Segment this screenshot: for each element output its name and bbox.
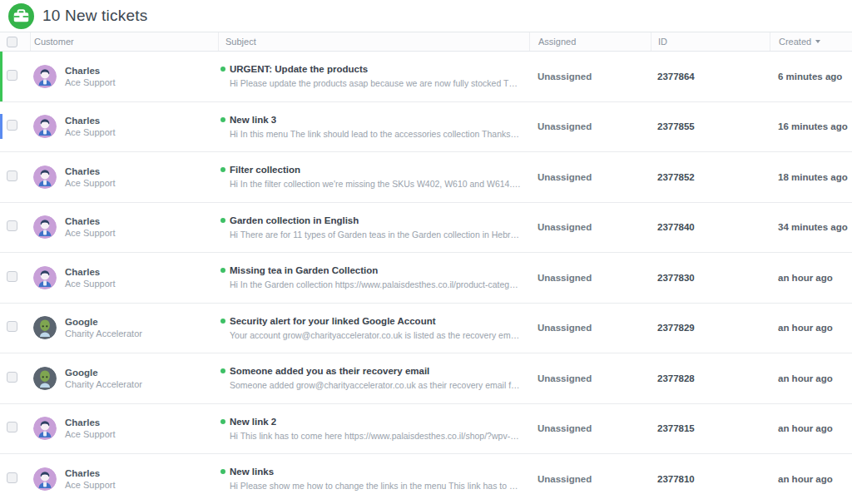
subject-cell: Filter collection Hi In the filter colle… <box>218 165 529 189</box>
ticket-row[interactable]: Charles Ace Support New link 2 Hi This l… <box>0 404 852 455</box>
customer-cell: Charles Ace Support <box>30 115 218 138</box>
alien-avatar-icon <box>33 316 57 339</box>
view-header: 10 New tickets <box>0 0 852 32</box>
ticket-preview: Hi Please update the products asap becau… <box>230 78 521 88</box>
alien-avatar-icon <box>33 367 57 390</box>
created-time: an hour ago <box>770 273 852 283</box>
ticket-preview: Hi In the filter collection we're missin… <box>230 179 521 189</box>
customer-avatar <box>33 215 57 239</box>
row-checkbox[interactable] <box>7 472 17 483</box>
subject-cell: Garden collection in English Hi There ar… <box>218 215 529 240</box>
customer-cell: Charles Ace Support <box>30 467 218 491</box>
row-checkbox[interactable] <box>7 220 17 231</box>
ticket-subject: Missing tea in Garden Collection <box>230 265 378 275</box>
person-avatar-icon <box>33 115 57 138</box>
customer-avatar <box>33 166 57 189</box>
ticket-id: 2377830 <box>651 273 770 283</box>
row-checkbox[interactable] <box>7 372 17 383</box>
customer-avatar <box>33 417 57 440</box>
assigned-value: Unassigned <box>529 222 651 232</box>
row-checkbox[interactable] <box>7 120 17 131</box>
customer-cell: Charles Ace Support <box>30 266 218 289</box>
unread-dot-icon <box>220 368 225 373</box>
row-checkbox-cell <box>0 472 30 487</box>
assigned-value: Unassigned <box>529 423 651 433</box>
sort-desc-icon <box>815 40 820 43</box>
ticket-preview: Hi Please show me how to change the link… <box>230 481 521 491</box>
customer-company: Ace Support <box>65 228 116 238</box>
ticket-row[interactable]: Charles Ace Support URGENT: Update the p… <box>0 52 852 102</box>
unread-dot-icon <box>220 319 225 324</box>
customer-avatar <box>33 115 57 138</box>
subject-cell: New link 3 Hi In this menu The link shou… <box>218 115 529 139</box>
subject-cell: New links Hi Please show me how to chang… <box>218 467 529 491</box>
row-checkbox[interactable] <box>7 321 17 332</box>
ticket-row[interactable]: Google Charity Accelerator Security aler… <box>0 304 852 354</box>
row-checkbox-cell <box>0 119 30 134</box>
column-header-created-sort[interactable]: Created <box>770 32 852 51</box>
customer-avatar <box>33 266 57 289</box>
customer-avatar <box>33 367 57 390</box>
assigned-value: Unassigned <box>529 474 651 484</box>
person-avatar-icon <box>33 266 57 289</box>
customer-company: Charity Accelerator <box>65 329 142 338</box>
unread-dot-icon <box>220 268 225 273</box>
customer-company: Ace Support <box>65 480 116 490</box>
ticket-preview: Hi In this menu The link should lead to … <box>230 129 521 139</box>
column-header-assigned: Assigned <box>529 32 651 51</box>
customer-avatar <box>33 316 57 339</box>
row-indicator <box>0 52 2 101</box>
ticket-row[interactable]: Charles Ace Support Missing tea in Garde… <box>0 253 852 304</box>
subject-cell: Missing tea in Garden Collection Hi In t… <box>218 265 529 289</box>
unread-dot-icon <box>220 469 225 474</box>
row-checkbox-cell <box>0 170 30 185</box>
person-avatar-icon <box>33 215 57 239</box>
subject-cell: Security alert for your linked Google Ac… <box>218 316 529 340</box>
ticket-row[interactable]: Charles Ace Support Garden collection in… <box>0 203 852 254</box>
unread-dot-icon <box>220 419 225 424</box>
customer-name: Charles <box>65 166 116 176</box>
column-header-subject: Subject <box>218 32 529 51</box>
ticket-id: 2377855 <box>651 121 770 131</box>
row-checkbox-cell <box>0 220 30 235</box>
select-all-checkbox[interactable] <box>7 37 17 47</box>
ticket-row[interactable]: Charles Ace Support New links Hi Please … <box>0 454 852 504</box>
ticket-preview: Someone added grow@charityaccelerator.co… <box>230 380 521 390</box>
row-checkbox[interactable] <box>7 170 17 181</box>
customer-name: Charles <box>65 267 116 277</box>
row-checkbox-cell <box>0 421 30 436</box>
customer-cell: Charles Ace Support <box>30 215 218 239</box>
ticket-id: 2377815 <box>651 423 770 433</box>
created-time: an hour ago <box>770 423 852 433</box>
customer-company: Ace Support <box>65 178 116 188</box>
ticket-subject: URGENT: Update the products <box>230 64 368 74</box>
created-time: 18 minutes ago <box>770 172 852 182</box>
assigned-value: Unassigned <box>529 121 651 131</box>
row-checkbox[interactable] <box>7 422 17 432</box>
row-checkbox[interactable] <box>7 271 17 282</box>
row-indicator <box>0 114 2 139</box>
ticket-subject: New link 3 <box>230 115 276 125</box>
person-avatar-icon <box>33 65 57 88</box>
ticket-row[interactable]: Charles Ace Support New link 3 Hi In thi… <box>0 102 852 153</box>
ticket-id: 2377864 <box>651 72 770 82</box>
ticket-subject: Garden collection in English <box>230 215 359 225</box>
customer-avatar <box>33 65 57 88</box>
row-checkbox[interactable] <box>7 70 17 81</box>
tickets-view-icon <box>8 3 34 29</box>
ticket-row[interactable]: Charles Ace Support Filter collection Hi… <box>0 152 852 203</box>
subject-cell: New link 2 Hi This link has to come here… <box>218 417 529 441</box>
customer-name: Charles <box>65 66 116 76</box>
ticket-row[interactable]: Google Charity Accelerator Someone added… <box>0 353 852 404</box>
customer-company: Charity Accelerator <box>65 379 142 389</box>
ticket-id: 2377810 <box>651 474 770 484</box>
subject-cell: Someone added you as their recovery emai… <box>218 366 529 390</box>
person-avatar-icon <box>33 417 57 440</box>
customer-cell: Charles Ace Support <box>30 417 218 440</box>
select-all-cell <box>0 32 30 51</box>
ticket-list: Charles Ace Support URGENT: Update the p… <box>0 52 852 504</box>
customer-company: Ace Support <box>65 77 116 87</box>
ticket-subject: New link 2 <box>230 417 276 427</box>
customer-cell: Google Charity Accelerator <box>30 367 218 390</box>
customer-avatar <box>33 467 57 491</box>
